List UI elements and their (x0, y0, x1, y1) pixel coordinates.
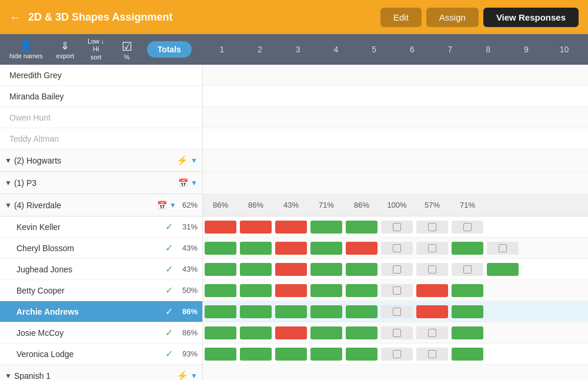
list-item[interactable]: Meredith Grey (0, 65, 202, 86)
toolbar-left: 👤 hide names ⇓ export Low ↓ Hi sort ☑ % … (0, 35, 203, 64)
table-row (203, 365, 588, 380)
checkbox-icon (393, 308, 401, 316)
check-icon: ✓ (165, 306, 173, 317)
group-riverdale[interactable]: ▼ (4) Riverdale 📅 ▼ 62% (0, 194, 202, 216)
header-buttons: Edit Assign View Responses (380, 8, 579, 27)
check-icon: ✓ (165, 285, 173, 296)
checkbox-icon (393, 223, 401, 231)
list-item[interactable]: Jughead Jones ✓ 43% (0, 259, 202, 280)
chevron-down-icon: ▼ (191, 156, 198, 165)
list-item[interactable]: Veronica Lodge ✓ 93% (0, 344, 202, 365)
chevron-down-icon: ▼ (5, 156, 12, 165)
chevron-down-icon: ▼ (169, 201, 176, 209)
table-row (203, 216, 588, 238)
col-10: 10 (547, 45, 582, 54)
chevron-down-icon: ▼ (5, 372, 12, 380)
checkbox-icon (463, 265, 472, 274)
list-item[interactable]: Teddy Altman (0, 128, 202, 149)
check-icon: ✓ (165, 327, 173, 338)
hide-names-button[interactable]: 👤 hide names (5, 37, 48, 62)
checkbox-icon (393, 329, 401, 337)
checkbox-icon (393, 286, 401, 295)
chevron-down-icon: ▼ (191, 372, 198, 380)
checkbox-icon (428, 265, 436, 274)
toolbar: 👤 hide names ⇓ export Low ↓ Hi sort ☑ % … (0, 34, 588, 65)
list-item[interactable]: Cheryl Blossom ✓ 43% (0, 238, 202, 259)
right-panel: 86% 86% 43% 71% 86% 100% 57% 71% (203, 65, 588, 380)
col-4: 4 (318, 45, 353, 54)
list-item[interactable]: Kevin Keller ✓ 31% (0, 216, 202, 238)
checkbox-icon (393, 244, 401, 252)
sort-button[interactable]: Low ↓ Hi sort (83, 35, 109, 64)
check-icon: ✓ (165, 264, 173, 275)
table-row-archie (203, 301, 588, 322)
check-icon: ✓ (165, 348, 173, 359)
table-row (203, 322, 588, 344)
table-row (203, 259, 588, 280)
list-item[interactable]: Owen Hunt (0, 107, 202, 128)
hide-names-icon: 👤 (19, 39, 32, 52)
list-item-archie[interactable]: Archie Andrews ✓ 86% (0, 301, 202, 322)
export-icon: ⇓ (61, 39, 69, 52)
view-responses-button[interactable]: View Responses (483, 8, 579, 27)
left-panel: Meredith Grey Miranda Bailey Owen Hunt T… (0, 65, 203, 380)
export-button[interactable]: ⇓ export (50, 37, 81, 62)
table-row (203, 172, 588, 194)
main-content: Meredith Grey Miranda Bailey Owen Hunt T… (0, 65, 588, 380)
back-button[interactable]: ← (9, 11, 21, 24)
table-row (203, 107, 588, 128)
grid-area: 86% 86% 43% 71% 86% 100% 57% 71% (203, 65, 588, 380)
checkbox-icon (393, 265, 401, 274)
checkbox-icon (428, 223, 436, 231)
page-title: 2D & 3D Shapes Assignment (28, 11, 380, 24)
calendar-icon: 📅 (157, 201, 167, 210)
assign-button[interactable]: Assign (426, 8, 479, 27)
table-row (203, 86, 588, 107)
lightning-icon: ⚡ (176, 155, 188, 166)
totals-button[interactable]: Totals (147, 41, 192, 58)
chevron-down-icon: ▼ (5, 179, 12, 187)
column-numbers: 1 2 3 4 5 6 7 8 9 10 (203, 45, 588, 54)
check-icon: ✓ (165, 221, 173, 232)
group-p3[interactable]: ▼ (1) P3 📅 ▼ (0, 172, 202, 194)
col-9: 9 (509, 45, 544, 54)
checkbox-icon (428, 350, 436, 358)
col-6: 6 (395, 45, 430, 54)
col-7: 7 (432, 45, 467, 54)
group-spanish1[interactable]: ▼ Spanish 1 ⚡ ▼ (0, 365, 202, 380)
percent-toggle[interactable]: ☑ % (112, 36, 142, 63)
list-item[interactable]: Josie McCoy ✓ 86% (0, 322, 202, 344)
lightning-icon: ⚡ (176, 370, 188, 380)
check-icon: ✓ (165, 242, 173, 254)
header: ← 2D & 3D Shapes Assignment Edit Assign … (0, 0, 588, 34)
table-row (203, 65, 588, 86)
col-3: 3 (280, 45, 316, 54)
col-2: 2 (242, 45, 278, 54)
table-row (203, 344, 588, 365)
table-row (203, 280, 588, 301)
table-row (203, 128, 588, 149)
list-item[interactable]: Betty Cooper ✓ 50% (0, 280, 202, 301)
col-5: 5 (356, 45, 392, 54)
checkbox-icon (428, 244, 436, 252)
calendar-icon: 📅 (178, 178, 188, 188)
checkbox-icon (463, 223, 472, 231)
list-item[interactable]: Miranda Bailey (0, 86, 202, 107)
chevron-down-icon: ▼ (5, 201, 12, 209)
checkbox-icon (393, 350, 401, 358)
checkbox-icon (428, 329, 436, 337)
table-row (203, 238, 588, 259)
col-1: 1 (204, 45, 239, 54)
summary-row: 86% 86% 43% 71% 86% 100% 57% 71% (203, 194, 588, 216)
chevron-down-icon: ▼ (191, 179, 198, 187)
group-hogwarts[interactable]: ▼ (2) Hogwarts ⚡ ▼ (0, 149, 202, 172)
checkbox-icon (499, 244, 507, 252)
col-8: 8 (470, 45, 506, 54)
table-row (203, 149, 588, 172)
edit-button[interactable]: Edit (380, 8, 422, 27)
